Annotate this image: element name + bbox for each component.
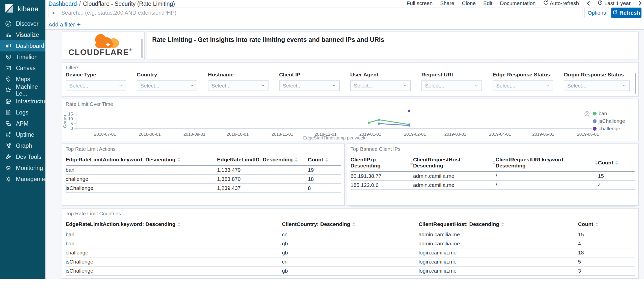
sidebar-item-maps[interactable]: Maps [0, 74, 45, 85]
legend-color-dot [593, 127, 597, 131]
column-header-label: EdgeRateLimitID: Descending [217, 157, 293, 163]
sidebar-item-management[interactable]: Management [0, 173, 45, 185]
auto-refresh-button[interactable]: Auto-refresh [543, 0, 579, 6]
search-input[interactable] [61, 10, 578, 16]
menu-item-share[interactable]: Share [440, 0, 454, 6]
time-range-picker[interactable]: Last 1 year [598, 0, 631, 6]
sidebar-item-uptime[interactable]: Uptime [0, 129, 45, 140]
time-prev-button[interactable] [586, 1, 590, 6]
legend-item-challenge[interactable]: challenge [593, 126, 625, 132]
sidebar-item-dev-tools[interactable]: Dev Tools [0, 151, 45, 162]
legend-item-jschallenge[interactable]: jsChallenge [593, 118, 625, 124]
table-cell: gb [282, 239, 418, 248]
filter-select-user-agent[interactable]: Select... [350, 80, 411, 91]
menu-item-edit[interactable]: Edit [483, 0, 492, 6]
sort-icon [493, 161, 496, 165]
column-header-inner: Count [578, 221, 598, 227]
filter-select-country[interactable]: Select... [137, 80, 197, 91]
time-next-button[interactable] [638, 1, 642, 6]
header-menu: Full screenShareCloneEditDocumentation A… [407, 0, 642, 6]
sort-icon [177, 158, 180, 162]
sort-asc-icon [615, 161, 618, 162]
kibana-logo-icon[interactable] [4, 3, 15, 15]
column-header-inner: Count [598, 160, 618, 166]
sidebar-item-label: Dashboard [16, 43, 44, 49]
menu-item-clone[interactable]: Clone [462, 0, 476, 6]
column-header-count[interactable]: Count [578, 220, 635, 230]
sidebar-item-visualize[interactable]: Visualize [0, 29, 45, 40]
filter-select-request-uri[interactable]: Select... [421, 80, 482, 91]
column-header-edgeratelimitaction-keyword[interactable]: EdgeRateLimitAction.keyword: Descending [66, 155, 217, 165]
options-button[interactable]: Options [584, 8, 609, 18]
table-row: jsChallengecnlogin.camilia.me5 [66, 257, 635, 266]
legend-toggle-icon[interactable] [584, 111, 590, 118]
column-header-edgeratelimitid[interactable]: EdgeRateLimitID: Descending [217, 155, 308, 165]
select-placeholder: Select... [283, 83, 302, 89]
filter-label: Request URI [421, 72, 482, 78]
refresh-cycle-icon [543, 0, 548, 6]
breadcrumb-dashboard-link[interactable]: Dashboard [48, 1, 77, 7]
select-placeholder: Select... [140, 83, 159, 89]
chevron-down-icon [622, 83, 626, 89]
table-cell: 4 [578, 239, 635, 248]
legend-color-dot [593, 112, 597, 115]
sort-icon [501, 222, 504, 226]
sidebar-item-machine-le[interactable]: Machine Le... [0, 85, 45, 96]
query-prompt-icon: >_ [52, 10, 58, 16]
add-filter-button[interactable]: Add a filter + [48, 21, 80, 28]
legend-label: jsChallenge [599, 118, 625, 124]
column-header-inner: ClientIP.ip: Descending [351, 157, 413, 169]
sort-desc-icon [177, 160, 180, 162]
table-cell-empty [598, 198, 635, 206]
sidebar-item-monitoring[interactable]: Monitoring [0, 162, 45, 173]
sort-asc-icon [501, 222, 504, 224]
sidebar-item-discover[interactable]: Discover [0, 18, 45, 29]
svg-text:2018-09-01: 2018-09-01 [183, 132, 205, 137]
sort-desc-icon [177, 225, 180, 226]
filter-select-device-type[interactable]: Select... [66, 80, 126, 91]
refresh-button[interactable]: Refresh [611, 8, 641, 18]
infrastructure-icon [5, 98, 12, 105]
sidebar-item-graph[interactable]: Graph [0, 140, 45, 151]
column-header-label: Count [598, 160, 613, 166]
column-header-clientrequesthost[interactable]: ClientRequestHost: Descending [419, 220, 578, 230]
sidebar-item-logs[interactable]: Logs [0, 107, 45, 118]
column-header-count[interactable]: Count [598, 155, 635, 171]
menu-item-full-screen[interactable]: Full screen [407, 0, 433, 6]
svg-text:2019-02-01: 2019-02-01 [404, 132, 426, 137]
table-row: challengegblogin.camilia.me18 [66, 248, 635, 257]
panel-top-rate-limit-actions: Top Rate Limit Actions EdgeRateLimitActi… [62, 143, 345, 206]
sidebar-item-apm[interactable]: APM [0, 118, 45, 129]
column-header-clientrequesthost[interactable]: ClientRequestHost: Descending [413, 155, 496, 171]
table-cell-empty [413, 198, 496, 206]
table-header-row: ClientIP.ip: DescendingClientRequestHost… [351, 155, 635, 171]
table-cell: jsChallenge [66, 266, 282, 275]
column-header-edgeratelimitaction-keyword[interactable]: EdgeRateLimitAction.keyword: Descending [66, 220, 282, 230]
filter-select-edge-response-status[interactable]: Select... [493, 80, 553, 91]
table-cell: admin.camilia.me [419, 230, 578, 239]
sidebar-item-canvas[interactable]: Canvas [0, 63, 45, 74]
svg-text:15: 15 [68, 112, 73, 117]
sidebar-item-dashboard[interactable]: Dashboard [0, 40, 45, 51]
dashboard-icon [5, 43, 12, 49]
filter-select-origin-response-status[interactable]: Select... [564, 80, 630, 91]
sort-icon [177, 222, 180, 226]
branding-panel-scrollbar[interactable] [141, 39, 143, 58]
filter-select-hostname[interactable]: Select... [208, 80, 269, 91]
column-header-clientcountry[interactable]: ClientCountry: Descending [282, 220, 418, 230]
column-header-clientip-ip[interactable]: ClientIP.ip: Descending [351, 155, 413, 171]
select-placeholder: Select... [567, 83, 586, 89]
sidebar-item-infrastructure[interactable]: Infrastructure [0, 96, 45, 107]
legend-item-ban[interactable]: ban [593, 111, 625, 117]
sort-icon [595, 161, 598, 165]
column-header-clientrequesturi-keyword[interactable]: ClientRequestURI.keyword: Descending [496, 155, 598, 171]
filters-panel-scrollbar[interactable] [635, 73, 636, 94]
sort-desc-icon [493, 163, 496, 165]
menu-item-documentation[interactable]: Documentation [500, 0, 535, 6]
table-cell: admin.camilia.me [413, 181, 496, 190]
filter-select-client-ip[interactable]: Select... [279, 80, 340, 91]
top-bar: Dashboard / Cloudflare - Security (Rate … [45, 0, 644, 30]
sidebar-item-timelion[interactable]: Timelion [0, 51, 45, 63]
column-header-count[interactable]: Count [308, 155, 341, 165]
chevron-down-icon [119, 83, 123, 89]
